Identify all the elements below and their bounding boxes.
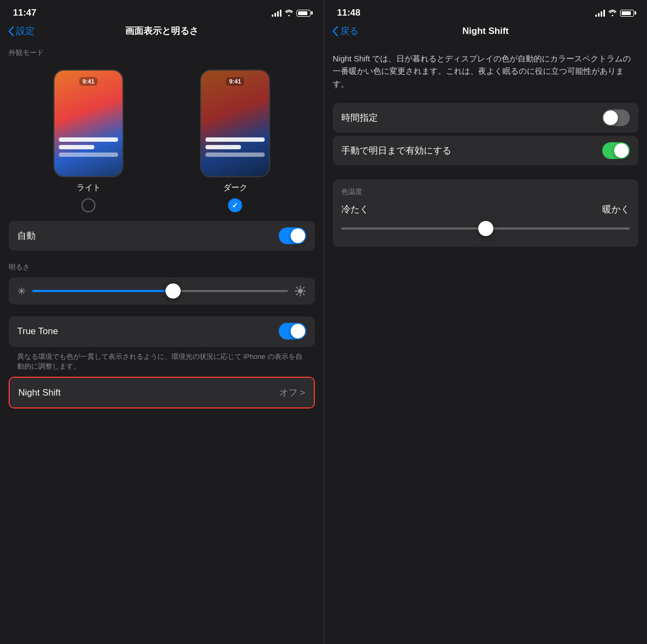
scheduled-label: 時間指定 [341, 112, 378, 124]
manual-toggle[interactable] [602, 142, 630, 159]
left-back-button[interactable]: 設定 [9, 25, 35, 37]
light-preview-time: 9:41 [79, 77, 98, 86]
right-back-label: 戻る [340, 25, 359, 37]
color-temp-section: 色温度 冷たく 暖かく [333, 179, 638, 247]
left-nav-title: 画面表示と明るさ [125, 25, 198, 37]
brightness-section: 明るさ [0, 262, 324, 304]
true-tone-row[interactable]: True Tone [9, 316, 315, 347]
color-temp-track [341, 227, 630, 230]
color-temp-thumb[interactable] [478, 221, 493, 236]
scheduled-row[interactable]: 時間指定 [333, 103, 638, 133]
battery-icon [297, 10, 311, 17]
dark-mode-option[interactable]: 9:41 ダーク ✓ [168, 70, 302, 212]
light-mode-label: ライト [77, 183, 101, 193]
dark-radio-container: ✓ [228, 198, 242, 212]
svg-line-16 [303, 287, 304, 288]
right-wifi-icon [608, 10, 617, 16]
svg-line-5 [19, 289, 20, 289]
true-tone-label: True Tone [17, 326, 58, 337]
brightness-slider[interactable] [32, 290, 288, 292]
light-radio-container [81, 198, 95, 212]
night-shift-value: オフ > [279, 386, 305, 399]
color-temp-slider[interactable] [341, 221, 630, 236]
manual-label: 手動で明日まで有効にする [341, 144, 451, 157]
night-shift-status: オフ [279, 386, 298, 399]
manual-group: 手動で明日まで有効にする [333, 136, 638, 165]
wifi-icon [285, 10, 293, 16]
right-nav-title: Night Shift [463, 26, 509, 37]
right-status-time: 11:48 [337, 8, 360, 18]
left-status-bar: 11:47 [0, 0, 324, 23]
night-shift-row-outer[interactable]: Night Shift オフ > [9, 377, 315, 408]
right-battery-icon [620, 10, 634, 17]
brightness-label: 明るさ [9, 262, 315, 278]
brightness-row [9, 278, 315, 304]
true-tone-group: True Tone [9, 316, 315, 347]
true-tone-section: True Tone 異なる環境でも色が一貫して表示されるように、環境光の状況に応… [9, 316, 315, 377]
svg-line-14 [297, 287, 298, 288]
check-icon: ✓ [232, 201, 238, 210]
svg-line-15 [303, 294, 304, 295]
left-panel: 11:47 設定 画面表示と明るさ 外観モード [0, 0, 324, 644]
back-label: 設定 [16, 25, 35, 37]
svg-point-0 [20, 289, 23, 292]
auto-group: 自動 [9, 221, 315, 251]
manual-row[interactable]: 手動で明日まで有効にする [333, 136, 638, 165]
true-tone-description: 異なる環境でも色が一貫して表示されるように、環境光の状況に応じて iPhone … [9, 347, 315, 377]
svg-line-8 [19, 293, 20, 293]
night-shift-label: Night Shift [18, 387, 60, 398]
right-status-icons [595, 9, 634, 17]
night-shift-row[interactable]: Night Shift オフ > [10, 378, 314, 407]
dark-preview-time: 9:41 [226, 77, 244, 86]
signal-icon [272, 9, 281, 17]
true-tone-toggle[interactable] [279, 323, 306, 340]
svg-line-17 [297, 294, 298, 295]
color-temp-section-label: 色温度 [341, 187, 630, 197]
svg-line-6 [23, 293, 24, 293]
right-panel: 11:48 戻る Night Shift Night Shift では、日が暮れ… [324, 0, 647, 644]
svg-point-9 [298, 288, 302, 293]
auto-row[interactable]: 自動 [9, 221, 315, 251]
left-status-time: 11:47 [13, 8, 36, 18]
light-mode-option[interactable]: 9:41 ライト [22, 70, 155, 212]
brightness-high-icon [294, 285, 306, 297]
chevron-left-icon [9, 26, 14, 36]
svg-line-7 [23, 289, 24, 289]
color-temp-labels: 冷たく 暖かく [341, 203, 630, 216]
right-nav-bar: 戻る Night Shift [324, 23, 647, 44]
chevron-right-icon: > [300, 387, 305, 398]
brightness-low-icon [17, 287, 26, 295]
appearance-section-label: 外観モード [0, 44, 324, 61]
scheduled-group: 時間指定 [333, 103, 638, 133]
color-temp-warm: 暖かく [602, 203, 630, 216]
scheduled-toggle[interactable] [602, 109, 630, 126]
dark-mode-preview: 9:41 [200, 70, 270, 177]
light-mode-preview: 9:41 [53, 70, 123, 177]
appearance-options: 9:41 ライト 9:41 [0, 61, 324, 221]
dark-mode-label: ダーク [223, 183, 247, 193]
right-back-button[interactable]: 戻る [333, 25, 359, 37]
right-signal-icon [595, 9, 605, 17]
right-chevron-left-icon [333, 26, 338, 36]
color-temp-cool: 冷たく [341, 203, 369, 216]
night-shift-description: Night Shift では、日が暮れるとディスプレイの色が自動的にカラースペク… [324, 44, 647, 103]
auto-toggle[interactable] [279, 227, 306, 244]
left-status-icons [272, 9, 311, 17]
light-radio[interactable] [81, 198, 95, 212]
left-nav-bar: 設定 画面表示と明るさ [0, 23, 324, 44]
auto-label: 自動 [17, 230, 36, 242]
right-status-bar: 11:48 [324, 0, 647, 23]
dark-radio[interactable]: ✓ [228, 198, 242, 212]
